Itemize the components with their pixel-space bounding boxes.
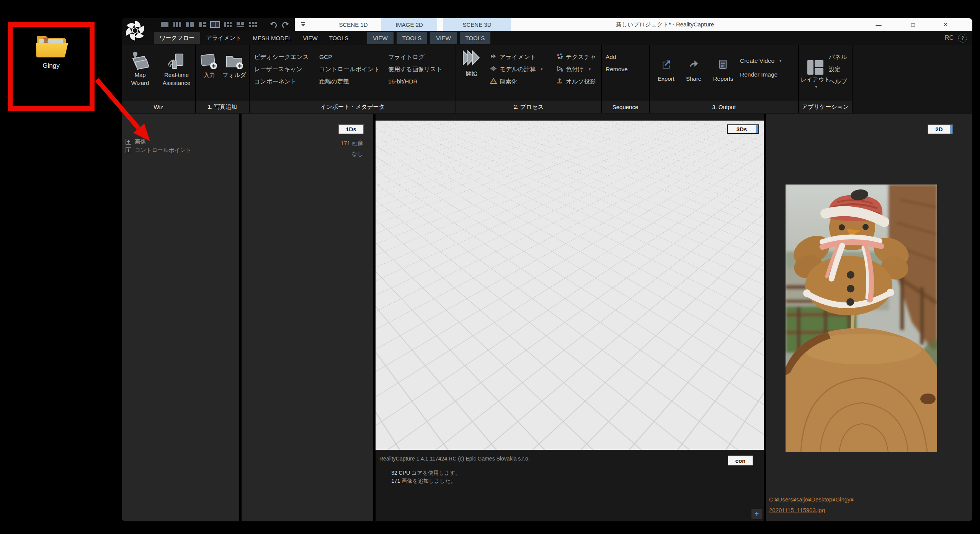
ribbon-group-process: 開始 アライメント モデルの計算 ▼ 簡素化 [456,45,602,101]
menu-tab-tools-3ds[interactable]: TOOLS [460,32,491,44]
tab-scene-3d[interactable]: SCENE 3D [443,18,511,31]
import-component[interactable]: コンポーネント [254,75,309,88]
rc-account-label[interactable]: RC [945,34,954,41]
ribbon-group-labels: Wiz 1. 写真追加 インポート・メタデータ 2. プロセス Sequence… [122,101,972,113]
scene-dropdown-icon[interactable] [300,21,306,29]
tab-scene-1d[interactable]: SCENE 1D [325,18,381,31]
images-list-panel: 1Ds 171 画像 なし [242,114,373,521]
menu-tab-workflow[interactable]: ワークフロー [154,32,200,44]
ribbon-group-import-metadata: ビデオシークエンス レーザースキャン コンポーネント GCP コントロールポイン… [250,45,456,101]
ribbon: Map Wizard Real-time Assistance 入力 [122,45,972,101]
process-calculate-model-button[interactable]: モデルの計算 ▼ [490,63,543,75]
desktop-folder-gingy[interactable]: Gingy [13,27,90,106]
import-control-points[interactable]: コントロールポイント [319,63,380,75]
process-alignment-button[interactable]: アライメント [490,51,543,63]
menu-tab-tools[interactable]: TOOLS [323,32,354,44]
image-path-directory: C:¥Users¥saijo¥Desktop¥Gingy¥ [769,496,854,503]
layout-preset-6-icon[interactable] [223,21,233,28]
import-16bit-hdr[interactable]: 16-bit/HDR [388,75,442,88]
process-start-label: 開始 [466,69,477,77]
share-button[interactable]: Share [683,56,705,82]
view-badge-1ds[interactable]: 1Ds [338,124,364,134]
group-label-application: アプリケーション [799,101,853,113]
process-ortho-projection-button[interactable]: オルソ投影 [556,75,596,88]
map-wizard-icon [130,49,150,71]
alignment-icon [490,53,497,61]
annotation-highlight-box: Gingy [8,22,95,111]
selection-empty-row: なし [351,150,363,158]
settings-button[interactable]: 設定 [829,63,847,75]
sequence-remove-button[interactable]: Remove [606,63,628,75]
process-colorize-button[interactable]: 色付け ▼ [556,63,596,75]
console-image-count: 171 [391,478,400,484]
process-ortho-projection-label: オルソ投影 [566,78,596,86]
undo-icon[interactable] [269,21,278,28]
start-icon [461,47,482,69]
realitycapture-logo-icon [124,19,146,42]
menu-tab-view-3ds[interactable]: VIEW [430,32,456,44]
menu-tab-tools-1ds[interactable]: TOOLS [397,32,428,44]
console-image-text: 画像を追加しました。 [400,478,456,484]
redo-icon[interactable] [281,21,290,28]
menu-tab-view-1ds[interactable]: VIEW [367,32,393,44]
layout-preset-7-icon[interactable] [235,21,245,28]
tab-scene-3d-label: SCENE 3D [462,21,491,28]
process-simplify-label: 簡素化 [500,78,518,86]
export-button[interactable]: Export [654,56,678,82]
layout-preset-2-icon[interactable] [172,21,182,28]
menu-tab-mesh-model[interactable]: MESH MODEL [247,32,297,44]
ortho-projection-icon [556,77,563,86]
mesh-model-icon [490,65,497,73]
layout-preset-8-icon[interactable] [248,21,258,28]
sequence-add-button[interactable]: Add [606,51,628,63]
viewport-3d[interactable]: 3Ds [376,121,764,450]
layout-button[interactable]: レイアウト ▼ [799,50,832,89]
layout-preset-5-icon-selected[interactable] [210,21,220,28]
import-flight-log[interactable]: フライトログ [388,51,442,63]
import-video-sequence[interactable]: ビデオシークエンス [254,51,309,63]
share-label: Share [686,75,701,82]
add-inputs-button[interactable]: 入力 [198,49,221,79]
import-laser-scan[interactable]: レーザースキャン [254,63,309,75]
process-texture-button[interactable]: テクスチャ [556,51,596,63]
chevron-down-icon: ▼ [588,67,591,71]
menu-tab-alignment[interactable]: アライメント [200,32,247,44]
photo-gingerbread[interactable] [786,185,937,452]
scene-3d-panel: 3Ds RealityCapture 1.4.1.117424 RC (c) E… [376,114,764,521]
console-badge-con[interactable]: con [728,456,753,465]
render-image-button[interactable]: Render Image [740,68,782,82]
layout-preset-1-icon[interactable] [160,21,170,28]
scene-tree-panel: 画像 コントロールポイント [122,114,239,521]
view-badge-2d[interactable]: 2D [928,124,953,134]
realtime-assistance-button[interactable]: Real-time Assistance [158,49,194,87]
process-colorize-label: 色付け [566,65,584,73]
layout-preset-3-icon[interactable] [185,21,195,28]
help-icon[interactable]: ? [958,34,967,42]
group-label-import-metadata: インポート・メタデータ [250,101,456,113]
expand-icon[interactable] [126,147,131,153]
add-folder-button[interactable]: フォルダ [221,49,247,79]
menu-tab-view[interactable]: VIEW [297,32,323,44]
process-start-button[interactable]: 開始 [459,47,484,77]
create-video-button[interactable]: Create Video ▼ [740,54,782,68]
image-path-filename[interactable]: 20201115_115903.jpg [769,507,825,513]
process-simplify-button[interactable]: 簡素化 [490,75,543,88]
panel-button[interactable]: パネル [829,51,847,63]
import-image-list[interactable]: 使用する画像リスト [388,63,442,75]
help-button[interactable]: ヘルプ [829,75,847,88]
layout-grid-icon [807,50,824,75]
import-define-distance[interactable]: 距離の定義 [319,75,380,88]
ribbon-group-sequence: Add Remove [602,45,650,101]
close-button[interactable]: ✕ [937,18,954,31]
folder-label: Gingy [42,62,59,70]
import-gcp[interactable]: GCP [319,51,380,63]
maximize-button[interactable]: □ [904,18,922,31]
layout-preset-4-icon[interactable] [198,21,207,28]
tab-image-2d[interactable]: IMAGE 2D [381,18,437,31]
minimize-button[interactable]: — [870,18,887,31]
view-badge-3ds[interactable]: 3Ds [727,124,759,134]
ribbon-group-application: レイアウト ▼ パネル 設定 ヘルプ [799,45,853,101]
add-view-button[interactable]: + [751,509,762,519]
simplify-icon [490,77,497,86]
reports-button[interactable]: Reports [709,56,737,82]
